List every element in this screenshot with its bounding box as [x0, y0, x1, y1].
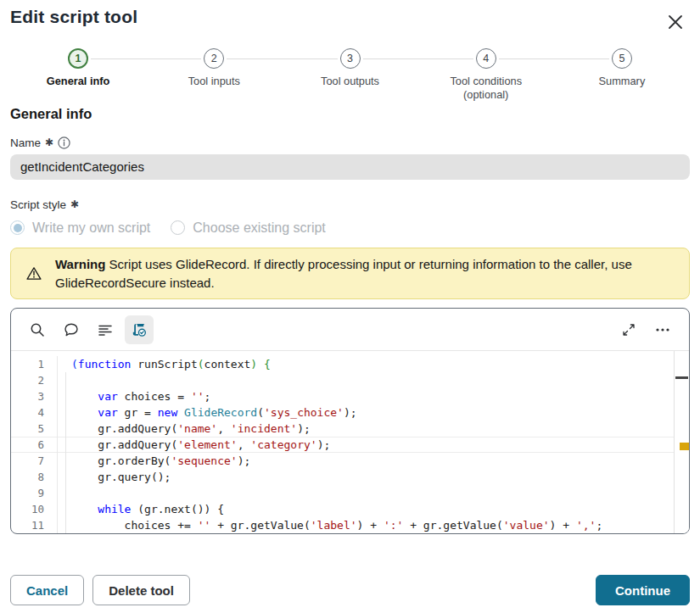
step-label: Tool conditions	[450, 75, 522, 88]
line-content: gr.addQuery('element', 'category');	[58, 437, 330, 453]
radio-label: Write my own script	[32, 220, 150, 236]
code-line-11[interactable]: 11 choices += '' + gr.getValue('label') …	[11, 517, 689, 533]
overflow-ellipsis-icon	[655, 327, 670, 332]
warning-title: Warning	[55, 257, 105, 271]
code-line-7[interactable]: 7 gr.orderBy('sequence');	[11, 453, 689, 469]
line-number: 5	[11, 421, 58, 437]
line-content: (function runScript(context) {	[58, 356, 271, 372]
line-number: 1	[11, 356, 58, 372]
line-content	[58, 485, 71, 501]
script-check-button[interactable]	[125, 315, 154, 344]
delete-tool-button[interactable]: Delete tool	[92, 575, 190, 605]
close-button[interactable]	[664, 11, 686, 33]
name-label-text: Name	[10, 137, 41, 149]
line-number: 8	[11, 469, 58, 485]
line-content: while (gr.next()) {	[58, 501, 224, 517]
line-number: 3	[11, 388, 58, 404]
close-icon	[666, 13, 685, 31]
scroll-cursor-marker	[675, 376, 688, 379]
comment-icon	[64, 322, 79, 337]
code-line-6[interactable]: 6 gr.addQuery('element', 'category');	[11, 437, 689, 453]
required-asterisk: ✱	[70, 198, 79, 210]
line-content: var gr = new GlideRecord('sys_choice');	[58, 404, 357, 421]
required-asterisk: ✱	[45, 137, 53, 148]
continue-button[interactable]: Continue	[596, 575, 690, 605]
code-line-1[interactable]: 1(function runScript(context) {	[11, 356, 689, 372]
warning-triangle-icon	[26, 266, 42, 281]
step-number: 5	[612, 48, 632, 69]
line-content: var choices = '';	[58, 388, 210, 404]
script-check-icon	[131, 321, 148, 338]
footer: Cancel Delete tool Continue	[10, 575, 690, 605]
format-button[interactable]	[91, 315, 120, 344]
overflow-button[interactable]	[648, 315, 677, 344]
section-heading: General info	[10, 106, 690, 122]
page-title: Edit script tool	[10, 7, 690, 27]
line-content: choices += '' + gr.getValue('label') + '…	[58, 517, 602, 533]
edit-script-tool-dialog: Edit script tool 1General info2Tool inpu…	[0, 0, 700, 613]
code-editor: 1(function runScript(context) {23 var ch…	[10, 308, 690, 534]
line-content: gr.addQuery('name', 'incident');	[58, 421, 311, 437]
step-label: Summary	[599, 75, 646, 88]
line-number: 9	[11, 485, 58, 501]
code-line-5[interactable]: 5 gr.addQuery('name', 'incident');	[11, 421, 689, 437]
step-label: Tool inputs	[188, 75, 240, 88]
step-number: 3	[340, 48, 361, 69]
radio-option-choose-existing-script: Choose existing script	[171, 220, 326, 236]
warning-banner: Warning Script uses GlideRecord. If dire…	[10, 248, 690, 300]
step-sublabel: (optional)	[463, 88, 508, 102]
name-field-label: Name ✱	[10, 137, 690, 149]
radio-selected-icon	[10, 220, 25, 235]
line-content: gr.query();	[58, 469, 171, 485]
stepper-step-tool-conditions[interactable]: 4Tool conditions(optional)	[418, 48, 554, 102]
cancel-button[interactable]: Cancel	[10, 575, 84, 605]
stepper-step-tool-outputs[interactable]: 3Tool outputs	[282, 48, 417, 102]
code-line-8[interactable]: 8 gr.query();	[11, 469, 689, 485]
step-number: 1	[68, 48, 88, 69]
code-line-2[interactable]: 2	[11, 372, 689, 388]
line-number: 4	[11, 404, 58, 421]
warning-message: Warning Script uses GlideRecord. If dire…	[55, 255, 675, 293]
stepper-step-summary[interactable]: 5Summary	[554, 48, 690, 102]
script-style-radio-group: Write my own scriptChoose existing scrip…	[10, 220, 690, 236]
code-line-9[interactable]: 9	[11, 485, 689, 501]
line-number: 7	[11, 453, 58, 469]
radio-label: Choose existing script	[193, 220, 326, 236]
line-number: 2	[11, 372, 58, 388]
step-number: 2	[204, 48, 224, 69]
name-input[interactable]	[10, 154, 690, 180]
info-icon[interactable]	[58, 137, 70, 149]
stepper: 1General info2Tool inputs3Tool outputs4T…	[10, 48, 690, 102]
search-icon	[30, 322, 45, 337]
overview-warning-marker	[680, 443, 689, 450]
expand-icon	[622, 323, 636, 337]
line-number: 6	[11, 437, 58, 453]
code-line-3[interactable]: 3 var choices = '';	[11, 388, 689, 404]
line-content	[58, 372, 71, 388]
indent-guide	[65, 372, 66, 533]
line-content: gr.orderBy('sequence');	[58, 453, 250, 469]
code-area[interactable]: 1(function runScript(context) {23 var ch…	[11, 350, 689, 533]
script-style-label-text: Script style	[10, 198, 66, 211]
step-number: 4	[476, 48, 496, 69]
expand-button[interactable]	[614, 315, 643, 344]
stepper-step-tool-inputs[interactable]: 2Tool inputs	[146, 48, 282, 102]
step-label: General info	[47, 75, 110, 88]
editor-scrollbar[interactable]	[674, 351, 689, 533]
line-number: 11	[11, 517, 58, 533]
search-button[interactable]	[23, 315, 52, 344]
editor-toolbar	[11, 309, 689, 350]
radio-option-write-my-own-script: Write my own script	[10, 220, 150, 236]
stepper-step-general-info[interactable]: 1General info	[10, 48, 146, 102]
script-style-label: Script style ✱	[10, 198, 690, 211]
radio-unselected-icon	[171, 220, 185, 235]
code-line-4[interactable]: 4 var gr = new GlideRecord('sys_choice')…	[11, 404, 689, 421]
comment-button[interactable]	[57, 315, 86, 344]
code-line-10[interactable]: 10 while (gr.next()) {	[11, 501, 689, 517]
line-number: 10	[11, 501, 58, 517]
step-label: Tool outputs	[321, 75, 379, 88]
code-lines: 1(function runScript(context) {23 var ch…	[11, 351, 689, 533]
format-lines-icon	[98, 322, 113, 337]
